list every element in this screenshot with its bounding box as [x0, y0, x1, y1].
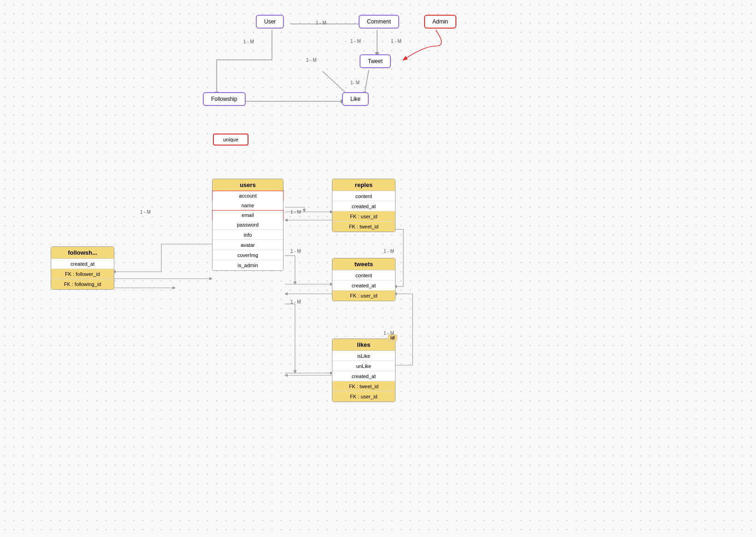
- table-users-title: users: [213, 179, 283, 191]
- label-tweet-like: 1- M: [350, 80, 360, 85]
- label-admin-tweet: 1 - M: [391, 39, 402, 44]
- label-users-followsh: 1 - M: [140, 210, 151, 215]
- likes-row-fk-userid: FK : user_id: [332, 391, 395, 402]
- entity-admin-label: Admin: [432, 18, 448, 25]
- table-reples-title: reples: [332, 179, 395, 191]
- entity-followship-top: Followship: [203, 92, 246, 106]
- followsh-row-fk-followerid: FK : follower_id: [51, 269, 114, 279]
- table-tweets: tweets content created_at FK : user_id: [332, 258, 396, 301]
- label-reples-tweets: 1 - M: [384, 249, 394, 254]
- entity-like-label: Like: [350, 96, 360, 102]
- table-followsh-title: followsh...: [51, 247, 114, 259]
- reples-row-createdat: created_at: [332, 201, 395, 211]
- label-comment-tweet: 1 - M: [350, 39, 361, 44]
- label-user-tweet: 1 - M: [306, 58, 317, 63]
- table-reples: reples content created_at FK : user_id F…: [332, 179, 396, 232]
- label-users-tweets: 1 - M: [290, 249, 301, 254]
- table-likes: likes id isLike unLike created_at FK : t…: [332, 339, 396, 402]
- entity-comment: Comment: [359, 15, 399, 29]
- users-row-info: info: [213, 230, 283, 240]
- users-row-avatar: avatar: [213, 240, 283, 250]
- table-users: users account name email password info a…: [212, 179, 284, 271]
- users-row-email: email: [212, 210, 284, 220]
- unique-box: unique: [213, 134, 248, 146]
- diagram-canvas: User Comment Admin Followship Tweet Like…: [0, 0, 756, 537]
- entity-admin: Admin: [424, 15, 456, 29]
- label-users-likes: 1 - M: [290, 299, 301, 304]
- users-row-name: name: [213, 200, 283, 210]
- likes-row-fk-tweetid: FK : tweet_id: [332, 381, 395, 391]
- followsh-row-fk-followingid: FK : following_id: [51, 279, 114, 289]
- label-tweets-likes: 1 - M: [384, 331, 394, 336]
- tweets-row-fk-userid: FK : user_id: [332, 291, 395, 301]
- users-row-coverimg: coverImg: [213, 250, 283, 260]
- followsh-row-createdat: created_at: [51, 259, 114, 269]
- entity-user-label: User: [264, 18, 276, 25]
- label-user-comment: 1 - M: [316, 20, 326, 25]
- entity-followship-top-label: Followship: [211, 96, 237, 102]
- table-tweets-title: tweets: [332, 258, 395, 270]
- entity-tweet: Tweet: [360, 54, 391, 68]
- reples-row-fk-tweetid: FK : tweet_id: [332, 222, 395, 232]
- entity-tweet-label: Tweet: [368, 58, 383, 64]
- label-users-reples: 1 - M: [290, 210, 301, 215]
- likes-row-islike: isLike: [332, 351, 395, 361]
- reples-row-fk-userid: FK : user_id: [332, 211, 395, 222]
- users-row-password: password: [213, 220, 283, 230]
- tweets-row-content: content: [332, 270, 395, 280]
- label-user-followship: 1 - M: [243, 39, 254, 44]
- likes-row-unlike: unLike: [332, 361, 395, 371]
- table-followsh: followsh... created_at FK : follower_id …: [51, 246, 114, 290]
- entity-user: User: [256, 15, 284, 29]
- reples-row-content: content: [332, 191, 395, 201]
- users-row-isadmin: is_admin: [213, 260, 283, 270]
- table-likes-title: likes id: [332, 339, 395, 351]
- tweets-row-createdat: created_at: [332, 280, 395, 291]
- entity-like-top: Like: [342, 92, 369, 106]
- likes-row-createdat: created_at: [332, 371, 395, 381]
- users-row-account: account: [212, 191, 284, 201]
- entity-comment-label: Comment: [367, 18, 391, 25]
- unique-label: unique: [223, 137, 238, 142]
